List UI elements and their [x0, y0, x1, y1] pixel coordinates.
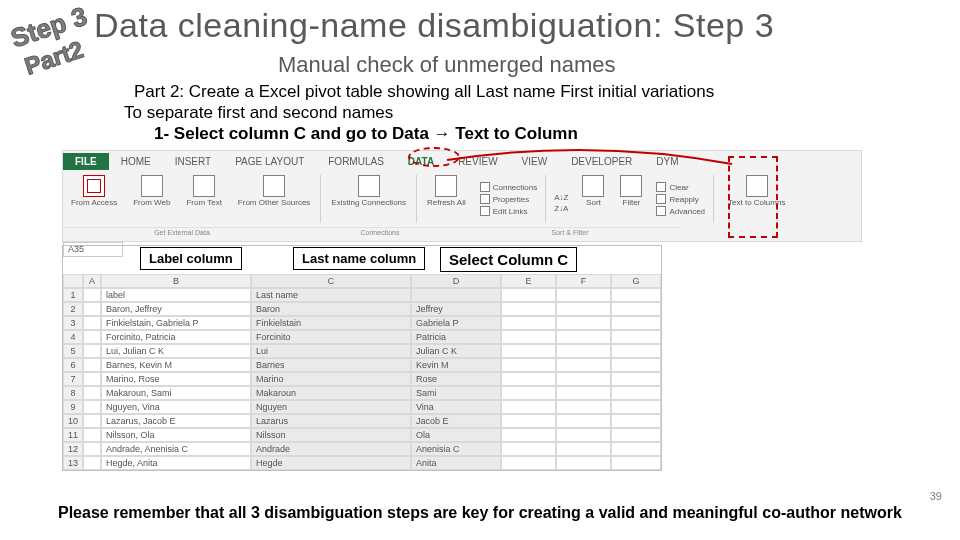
- cell[interactable]: [83, 400, 101, 414]
- col-header[interactable]: B: [101, 274, 251, 288]
- cell[interactable]: [83, 302, 101, 316]
- cell[interactable]: Sami: [411, 386, 501, 400]
- row-number[interactable]: 11: [63, 428, 83, 442]
- cell[interactable]: Marino, Rose: [101, 372, 251, 386]
- cell[interactable]: [556, 442, 611, 456]
- cell[interactable]: label: [101, 288, 251, 302]
- cell[interactable]: [556, 400, 611, 414]
- cell[interactable]: [556, 456, 611, 470]
- cell[interactable]: Nguyen, Vina: [101, 400, 251, 414]
- from-text-button[interactable]: From Text: [178, 171, 229, 227]
- cell[interactable]: Nilsson, Ola: [101, 428, 251, 442]
- cell[interactable]: [556, 414, 611, 428]
- cell[interactable]: Nilsson: [251, 428, 411, 442]
- sort-button[interactable]: Sort: [574, 171, 612, 227]
- cell[interactable]: [83, 344, 101, 358]
- file-menu[interactable]: FILE: [63, 153, 109, 170]
- cell[interactable]: Jacob E: [411, 414, 501, 428]
- cell[interactable]: [556, 372, 611, 386]
- cell[interactable]: Gabriela P: [411, 316, 501, 330]
- cell[interactable]: [556, 316, 611, 330]
- cell[interactable]: Finkielstain: [251, 316, 411, 330]
- row-number[interactable]: 13: [63, 456, 83, 470]
- cell[interactable]: Lazarus: [251, 414, 411, 428]
- cell[interactable]: [83, 358, 101, 372]
- cell[interactable]: [83, 456, 101, 470]
- cell[interactable]: [611, 456, 661, 470]
- from-other-button[interactable]: From Other Sources: [230, 171, 318, 227]
- cell[interactable]: [556, 344, 611, 358]
- cell[interactable]: [501, 456, 556, 470]
- editlinks-button[interactable]: Edit Links: [480, 205, 537, 217]
- row-number[interactable]: 8: [63, 386, 83, 400]
- row-number[interactable]: 2: [63, 302, 83, 316]
- row-number[interactable]: 10: [63, 414, 83, 428]
- cell[interactable]: [611, 288, 661, 302]
- tab-home[interactable]: HOME: [109, 153, 163, 170]
- cell[interactable]: [501, 302, 556, 316]
- cell[interactable]: [411, 288, 501, 302]
- row-number[interactable]: 12: [63, 442, 83, 456]
- cell[interactable]: [611, 372, 661, 386]
- row-number[interactable]: 6: [63, 358, 83, 372]
- cell[interactable]: Patricia: [411, 330, 501, 344]
- select-all-cell[interactable]: [63, 274, 83, 288]
- cell[interactable]: Anenisia C: [411, 442, 501, 456]
- row-number[interactable]: 5: [63, 344, 83, 358]
- cell[interactable]: [83, 428, 101, 442]
- cell[interactable]: Lui: [251, 344, 411, 358]
- from-web-button[interactable]: From Web: [125, 171, 178, 227]
- cell[interactable]: Lui, Julian C K: [101, 344, 251, 358]
- cell[interactable]: Baron, Jeffrey: [101, 302, 251, 316]
- existing-connections-button[interactable]: Existing Connections: [323, 171, 414, 227]
- tab-formulas[interactable]: FORMULAS: [316, 153, 396, 170]
- sort-asc-button[interactable]: A↓Z: [554, 192, 568, 203]
- cell[interactable]: Makaroun: [251, 386, 411, 400]
- filter-button[interactable]: Filter: [612, 171, 650, 227]
- row-number[interactable]: 7: [63, 372, 83, 386]
- cell[interactable]: Kevin M: [411, 358, 501, 372]
- cell[interactable]: [83, 330, 101, 344]
- cell[interactable]: [501, 372, 556, 386]
- cell[interactable]: Makaroun, Sami: [101, 386, 251, 400]
- refresh-button[interactable]: Refresh All: [419, 171, 474, 227]
- cell[interactable]: [556, 386, 611, 400]
- cell[interactable]: [501, 414, 556, 428]
- col-header[interactable]: A: [83, 274, 101, 288]
- cell[interactable]: Lazarus, Jacob E: [101, 414, 251, 428]
- cell[interactable]: [556, 302, 611, 316]
- cell[interactable]: [501, 386, 556, 400]
- cell[interactable]: Julian C K: [411, 344, 501, 358]
- tab-insert[interactable]: INSERT: [163, 153, 224, 170]
- cell[interactable]: Forcinito, Patricia: [101, 330, 251, 344]
- cell[interactable]: [501, 428, 556, 442]
- cell[interactable]: Nguyen: [251, 400, 411, 414]
- cell[interactable]: [501, 316, 556, 330]
- cell[interactable]: [611, 302, 661, 316]
- cell[interactable]: [556, 358, 611, 372]
- cell[interactable]: Baron: [251, 302, 411, 316]
- cell[interactable]: [611, 414, 661, 428]
- clear-button[interactable]: Clear: [656, 181, 705, 193]
- cell[interactable]: Andrade, Anenisia C: [101, 442, 251, 456]
- cell[interactable]: Last name: [251, 288, 411, 302]
- sort-desc-button[interactable]: Z↓A: [554, 203, 568, 214]
- cell[interactable]: Marino: [251, 372, 411, 386]
- row-number[interactable]: 1: [63, 288, 83, 302]
- cell[interactable]: Finkielstain, Gabriela P: [101, 316, 251, 330]
- advanced-button[interactable]: Advanced: [656, 205, 705, 217]
- cell[interactable]: Barnes, Kevin M: [101, 358, 251, 372]
- row-number[interactable]: 9: [63, 400, 83, 414]
- cell[interactable]: [556, 288, 611, 302]
- cell[interactable]: [611, 442, 661, 456]
- cell[interactable]: [501, 344, 556, 358]
- cell[interactable]: [501, 400, 556, 414]
- cell[interactable]: Jeffrey: [411, 302, 501, 316]
- cell[interactable]: [83, 386, 101, 400]
- cell[interactable]: [556, 428, 611, 442]
- cell[interactable]: [501, 442, 556, 456]
- cell[interactable]: Hegde, Anita: [101, 456, 251, 470]
- tab-pagelayout[interactable]: PAGE LAYOUT: [223, 153, 316, 170]
- cell[interactable]: Anita: [411, 456, 501, 470]
- cell[interactable]: Rose: [411, 372, 501, 386]
